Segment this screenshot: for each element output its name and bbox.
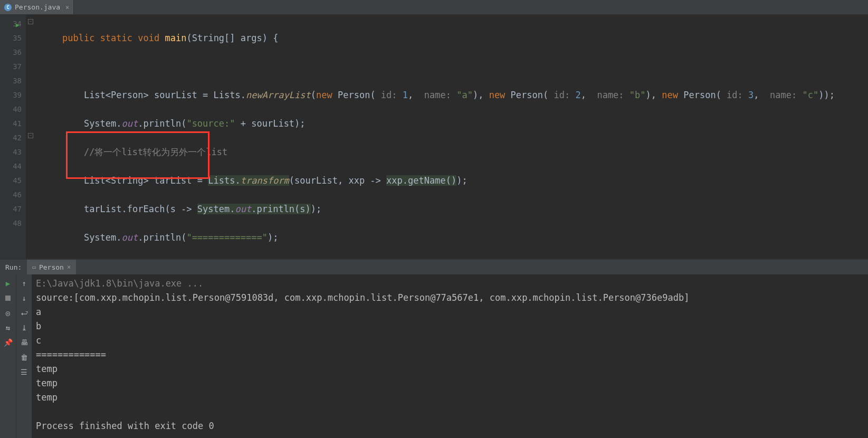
code-line: public static void main(String[] args) {	[36, 31, 868, 45]
console-line: c	[36, 335, 41, 346]
stop-button[interactable]	[3, 293, 13, 303]
editor-tab-bar: C Person.java ×	[0, 0, 868, 15]
line-number: 42	[0, 131, 22, 145]
pin-button[interactable]: 📌	[3, 338, 13, 347]
print-button[interactable]: 🖶	[20, 338, 29, 347]
up-icon[interactable]: ↑	[20, 279, 29, 288]
line-number: 39	[0, 88, 22, 102]
close-icon[interactable]: ×	[67, 263, 71, 271]
down-icon[interactable]: ↓	[20, 293, 29, 303]
console-line: Process finished with exit code 0	[36, 421, 214, 431]
run-gutter-icon[interactable]: ▶	[16, 18, 20, 32]
line-number: 48	[0, 216, 22, 231]
run-panel: Run: ▭ Person × ▶ ◎ ⇆ 📌 ↑ ↓ ⮐ ⤓ 🖶 🗑 ☰ E:…	[0, 259, 868, 438]
console-line: b	[36, 321, 41, 331]
line-number-gutter: ▶ 34 35 36 37 38 39 40 41 42 43 44 45 46…	[0, 15, 26, 259]
line-number: 38	[0, 74, 22, 88]
fold-toggle-icon[interactable]: −	[28, 133, 33, 138]
run-config-icon: ▭	[32, 264, 36, 271]
console-line: temp	[36, 378, 58, 388]
code-line: List<Person> sourList = Lists.newArrayLi…	[36, 88, 868, 102]
console-line: source:[com.xxp.mchopin.list.Person@7591…	[36, 292, 689, 303]
run-panel-header: Run: ▭ Person ×	[0, 260, 868, 274]
line-number: 37	[0, 60, 22, 74]
console-line: =============	[36, 349, 106, 360]
line-number: 41	[0, 117, 22, 131]
filter-button[interactable]: ☰	[20, 367, 29, 377]
code-editor[interactable]: ▶ 34 35 36 37 38 39 40 41 42 43 44 45 46…	[0, 15, 868, 259]
line-number: 35	[0, 31, 22, 45]
code-line: tarList.forEach(s -> System.out.println(…	[36, 202, 868, 216]
line-number: 47	[0, 202, 22, 216]
fold-toggle-icon[interactable]: −	[28, 19, 33, 24]
clear-button[interactable]: 🗑	[20, 353, 29, 362]
code-line: System.out.println("source:" + sourList)…	[36, 117, 868, 131]
rerun-button[interactable]: ▶	[3, 279, 13, 288]
code-line	[36, 60, 868, 74]
run-toolbar-left: ▶ ◎ ⇆ 📌	[0, 274, 16, 438]
run-toolbar-right: ↑ ↓ ⮐ ⤓ 🖶 🗑 ☰	[16, 274, 32, 438]
close-icon[interactable]: ×	[65, 4, 69, 11]
run-panel-body: ▶ ◎ ⇆ 📌 ↑ ↓ ⮐ ⤓ 🖶 🗑 ☰ E:\Java\jdk1.8\bin…	[0, 274, 868, 438]
run-tab-person[interactable]: ▭ Person ×	[27, 260, 76, 274]
fold-column: − −	[26, 15, 36, 259]
soft-wrap-button[interactable]: ⮐	[20, 308, 29, 318]
line-number: 44	[0, 159, 22, 174]
line-number: 45	[0, 174, 22, 188]
code-line: System.out.println("=============");	[36, 231, 868, 245]
run-tab-label: Person	[39, 263, 64, 271]
java-class-icon: C	[4, 4, 12, 11]
console-command: E:\Java\jdk1.8\bin\java.exe ...	[36, 278, 203, 289]
console-output[interactable]: E:\Java\jdk1.8\bin\java.exe ... source:[…	[32, 274, 868, 438]
line-number: 36	[0, 45, 22, 60]
dump-threads-button[interactable]: ◎	[3, 308, 13, 318]
run-panel-label: Run:	[0, 263, 27, 271]
tab-person-java[interactable]: C Person.java ×	[0, 0, 74, 14]
line-number: 43	[0, 145, 22, 159]
console-line: temp	[36, 392, 58, 403]
code-area[interactable]: public static void main(String[] args) {…	[36, 15, 868, 259]
console-line: temp	[36, 364, 58, 374]
line-number: 46	[0, 188, 22, 202]
layout-button[interactable]: ⇆	[3, 323, 13, 332]
scroll-to-end-button[interactable]: ⤓	[20, 323, 29, 332]
line-number: 40	[0, 102, 22, 117]
console-line: a	[36, 307, 41, 317]
code-line: //将一个list转化为另外一个list	[36, 145, 868, 159]
code-line: List<String> tarList = Lists.transform(s…	[36, 174, 868, 188]
tab-label: Person.java	[15, 3, 60, 11]
